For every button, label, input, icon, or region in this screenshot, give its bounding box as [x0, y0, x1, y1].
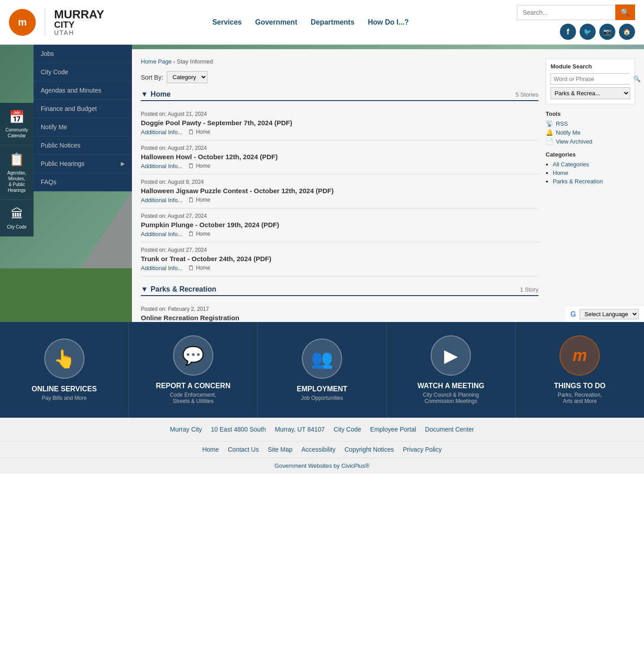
- categories-section: Categories All Categories Home Parks & R…: [546, 151, 635, 185]
- breadcrumb-current: Stay Informed: [177, 58, 213, 65]
- nav-government[interactable]: Government: [255, 18, 297, 26]
- sort-label: Sort By:: [141, 74, 163, 81]
- category-link-parks[interactable]: Parks & Recreation: [553, 178, 603, 185]
- dropdown-item-finance[interactable]: Finance and Budget: [34, 100, 132, 118]
- dropdown-item-public-notices[interactable]: Public Notices: [34, 136, 132, 155]
- module-search-input[interactable]: [551, 74, 631, 84]
- footer-link-city-code[interactable]: City Code: [334, 426, 361, 433]
- footer-icon-watch-meeting[interactable]: ▶ WATCH A MEETING City Council & Plannin…: [387, 322, 516, 418]
- footer-link-home[interactable]: Home: [202, 446, 219, 453]
- nextdoor-icon[interactable]: 🏠: [619, 24, 635, 40]
- tag-icon-1: 🗒: [188, 162, 194, 169]
- right-panel: Module Search 🔍 Parks & Recrea... All Ca…: [546, 58, 635, 322]
- twitter-icon[interactable]: 🐦: [580, 24, 596, 40]
- footer-link-copyright[interactable]: Copyright Notices: [344, 446, 394, 453]
- module-search-select[interactable]: Parks & Recrea... All Categories Home Pa…: [551, 87, 630, 99]
- logo-letter: m: [18, 17, 27, 28]
- sidebar-item-agendas[interactable]: 📋 Agendas, Minutes, & Public Hearings: [0, 145, 34, 199]
- news-link-4[interactable]: Additional Info...: [141, 265, 182, 271]
- sort-bar: Sort By: Category Date Title: [141, 71, 538, 83]
- footer-link-contact[interactable]: Contact Us: [228, 446, 258, 453]
- parks-story-count: 1 Story: [520, 286, 538, 293]
- nav-services[interactable]: Services: [212, 18, 242, 26]
- sort-select[interactable]: Category Date Title: [167, 71, 208, 83]
- footer-icon-employment[interactable]: 👥 EMPLOYMENT Job Opportunities: [258, 322, 386, 418]
- footer-link-address[interactable]: 10 East 4800 South: [211, 426, 266, 433]
- sidebar-item-label-agendas: Agendas, Minutes, & Public Hearings: [7, 170, 26, 193]
- footer-link-accessibility[interactable]: Accessibility: [301, 446, 335, 453]
- employment-icon: 👥: [311, 348, 333, 369]
- online-services-sub: Pay Bills and More: [42, 395, 87, 401]
- employment-circle: 👥: [302, 339, 342, 379]
- news-date-2: Posted on: August 8, 2024: [141, 179, 538, 185]
- footer-icon-things-to-do[interactable]: m THINGS TO DO Parks, Recreation,Arts an…: [516, 322, 644, 418]
- sidebar-item-city-code[interactable]: 🏛 City Code: [0, 200, 34, 237]
- news-title-2: Halloween Jigsaw Puzzle Contest - Octobe…: [141, 187, 538, 195]
- news-title-3: Pumpkin Plunge - October 19th, 2024 (PDF…: [141, 221, 538, 229]
- nav-departments[interactable]: Departments: [311, 18, 355, 26]
- footer-icon-report-concern[interactable]: 💬 REPORT A CONCERN Code Enforcement,Stre…: [129, 322, 258, 418]
- news-link-1[interactable]: Additional Info...: [141, 163, 182, 169]
- dropdown-item-city-code[interactable]: City Code: [34, 63, 132, 81]
- category-link-home[interactable]: Home: [553, 169, 568, 176]
- category-item-home: Home: [553, 169, 635, 176]
- footer-icon-online-services[interactable]: 👆 ONLINE SERVICES Pay Bills and More: [0, 322, 129, 418]
- section-header-parks: ▼ Parks & Recreation 1 Story: [141, 285, 538, 296]
- footer-bottom: Government Websites by CivicPlus®: [0, 457, 644, 474]
- city-code-icon: 🏛: [11, 206, 23, 222]
- dropdown-item-public-hearings[interactable]: Public Hearings ▶: [34, 155, 132, 173]
- things-to-do-icon: m: [572, 346, 587, 365]
- section-title-home: ▼ Home: [141, 90, 170, 98]
- footer-link-document-center[interactable]: Document Center: [425, 426, 474, 433]
- news-tag-2: 🗒 Home: [188, 196, 210, 203]
- notify-me-link[interactable]: 🔔 Notify Me: [546, 129, 635, 136]
- watch-meeting-circle: ▶: [431, 335, 471, 376]
- dropdown-item-notify[interactable]: Notify Me: [34, 118, 132, 136]
- breadcrumb-home[interactable]: Home Page: [141, 58, 172, 65]
- news-link-0[interactable]: Additional Info...: [141, 129, 182, 136]
- logo-text: MURRAY CITY UTAH: [54, 8, 104, 36]
- report-concern-circle: 💬: [173, 335, 213, 376]
- tools-section: Tools 📡 RSS 🔔 Notify Me 📄 View Archived: [546, 110, 635, 145]
- news-item-1: Posted on: August 27, 2024 Halloween How…: [141, 140, 538, 174]
- sidebar-item-label-calendar: Community Calendar: [5, 127, 28, 139]
- rss-link[interactable]: 📡 RSS: [546, 120, 635, 127]
- dropdown-menu: Jobs City Code Agendas and Minutes Finan…: [34, 45, 132, 191]
- city-name: MURRAY: [54, 8, 104, 20]
- dropdown-item-faqs[interactable]: FAQs: [34, 173, 132, 191]
- agendas-icon: 📋: [9, 152, 25, 168]
- module-search-button[interactable]: 🔍: [631, 74, 643, 84]
- civicplus-link[interactable]: Government Websites by CivicPlus®: [275, 462, 369, 469]
- footer-link-zip[interactable]: Murray, UT 84107: [275, 426, 325, 433]
- nav-how-do-i[interactable]: How Do I...?: [368, 18, 409, 26]
- archive-icon: 📄: [546, 138, 553, 145]
- news-item-4: Posted on: August 27, 2024 Trunk or Trea…: [141, 242, 538, 276]
- section-title-parks: ▼ Parks & Recreation: [141, 285, 216, 293]
- footer-links-secondary: Home Contact Us Site Map Accessibility C…: [0, 441, 644, 457]
- sidebar-item-community-calendar[interactable]: 📅 Community Calendar: [0, 103, 34, 145]
- dropdown-item-agendas[interactable]: Agendas and Minutes: [34, 81, 132, 100]
- news-link-2[interactable]: Additional Info...: [141, 197, 182, 203]
- watch-meeting-icon: ▶: [444, 345, 458, 366]
- section-collapse-home[interactable]: ▼: [141, 90, 148, 98]
- news-link-3[interactable]: Additional Info...: [141, 231, 182, 237]
- footer-link-sitemap[interactable]: Site Map: [268, 446, 292, 453]
- instagram-icon[interactable]: 📷: [599, 24, 615, 40]
- footer-link-employee-portal[interactable]: Employee Portal: [370, 426, 416, 433]
- search-button[interactable]: 🔍: [615, 4, 635, 20]
- category-link-all[interactable]: All Categories: [553, 161, 589, 168]
- footer-link-privacy[interactable]: Privacy Policy: [403, 446, 442, 453]
- section-collapse-parks[interactable]: ▼: [141, 285, 148, 293]
- report-concern-sub: Code Enforcement,Streets & Utilities: [170, 392, 216, 404]
- breadcrumb: Home Page › Stay Informed: [141, 58, 538, 65]
- dropdown-item-jobs[interactable]: Jobs: [34, 45, 132, 63]
- news-item-2: Posted on: August 8, 2024 Halloween Jigs…: [141, 174, 538, 208]
- categories-title: Categories: [546, 151, 635, 158]
- report-concern-title: REPORT A CONCERN: [156, 382, 230, 390]
- footer-link-murray-city[interactable]: Murray City: [170, 426, 202, 433]
- language-select[interactable]: Select Language: [580, 309, 639, 319]
- search-input[interactable]: [517, 5, 615, 20]
- module-search-title: Module Search: [551, 63, 630, 70]
- view-archived-link[interactable]: 📄 View Archived: [546, 138, 635, 145]
- facebook-icon[interactable]: f: [560, 24, 576, 40]
